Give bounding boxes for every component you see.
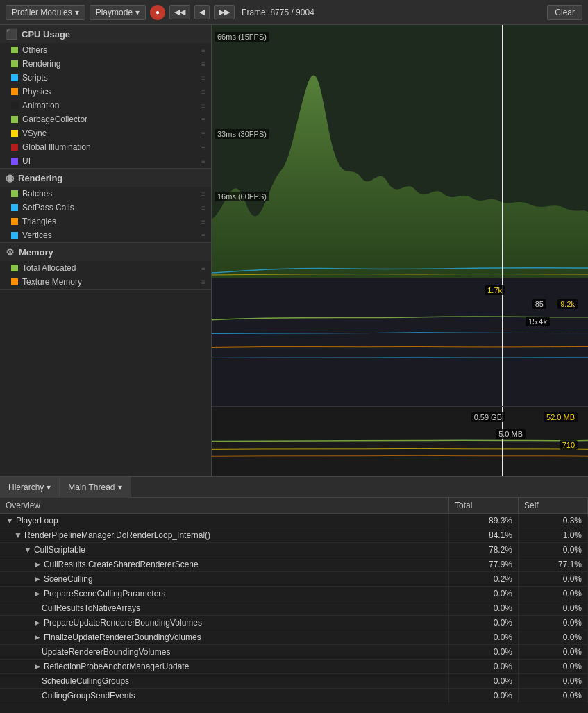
table-row[interactable]: ►SceneCulling 0.2% 0.0% [0,572,588,587]
cpu-item-label: Animation [22,101,59,110]
memory-section: ⚙ Memory Total Allocated ≡ Texture Memor… [0,243,211,290]
playmode-label: Playmode [96,8,133,17]
drag-handle-icon: ≡ [201,88,205,96]
chevron-down-icon: ▾ [135,8,140,17]
cell-total: 77.9% [449,557,519,571]
cpu-item: Others ≡ [0,43,211,57]
cell-overview: ►PrepareSceneCullingParameters [0,587,449,601]
cursor-line-rendering [502,278,503,406]
hierarchy-label: Hierarchy [8,483,44,492]
table-row[interactable]: ▼PlayerLoop 89.3% 0.3% [0,514,588,528]
drag-handle-icon: ≡ [201,190,205,198]
thread-button[interactable]: Main Thread ▾ [60,477,131,498]
cpu-item-left: VSync [11,128,47,138]
cpu-item-label: UI [22,156,31,166]
cell-overview: ►SceneCulling [0,572,449,586]
rendering-icon: ◉ [6,172,14,183]
cell-overview: ►ReflectionProbeAnchorManagerUpdate [0,660,449,673]
cell-self: 0.0% [519,572,588,586]
rendering-item-label: Batches [22,189,52,199]
cpu-section-header: ⬛ CPU Usage [0,25,211,43]
color-swatch [11,158,18,165]
header-overview: Overview [0,498,449,513]
cpu-item-label: Scripts [22,73,48,83]
table-row[interactable]: ▼CullScriptable 78.2% 0.0% [0,543,588,557]
cell-self: 0.0% [519,674,588,688]
clear-button[interactable]: Clear [547,5,582,20]
badge-52mb: 52.0 MB [544,412,578,422]
cpu-section: ⬛ CPU Usage Others ≡ Rendering ≡ Scripts… [0,25,211,169]
header-total: Total [449,498,519,513]
table-row[interactable]: ►CullResults.CreateSharedRendererScene 7… [0,557,588,572]
cell-total: 0.0% [449,616,519,630]
cpu-item: Rendering ≡ [0,57,211,71]
chevron-down-icon: ▾ [47,483,51,492]
color-swatch [11,218,18,225]
rendering-item: Triangles ≡ [0,215,211,228]
cell-total: 84.1% [449,528,519,542]
badge-0.59gb: 0.59 GB [471,412,505,422]
cell-self: 0.0% [519,630,588,644]
color-swatch [11,204,18,211]
record-button[interactable]: ● [150,5,165,20]
cell-overview: ▼CullScriptable [0,543,449,557]
cpu-item-left: Rendering [11,59,60,69]
cell-self: 0.0% [519,601,588,615]
rendering-section: ◉ Rendering Batches ≡ SetPass Calls ≡ Tr… [0,169,211,243]
cell-total: 0.0% [449,645,519,659]
badge-9.2k: 9.2k [557,299,578,309]
cell-self: 0.3% [519,514,588,528]
rendering-item-label: Vertices [22,230,52,240]
memory-item-label: Total Allocated [22,263,76,273]
prev-frame-button[interactable]: ◀ [194,5,210,19]
rendering-item-left: Vertices [11,230,52,240]
color-swatch [11,265,18,271]
cell-overview: UpdateRendererBoundingVolumes [0,645,449,659]
charts-area: 66ms (15FPS) 33ms (30FPS) 16ms (60FPS) 1… [212,25,588,476]
color-swatch [11,47,18,53]
rendering-section-header: ◉ Rendering [0,169,211,187]
cpu-item: UI ≡ [0,154,211,168]
rendering-section-title: Rendering [18,173,62,183]
table-row[interactable]: CullResultsToNativeArrays 0.0% 0.0% [0,601,588,616]
memory-item-label: Texture Memory [22,277,82,287]
table-row[interactable]: ►PrepareUpdateRendererBoundingVolumes 0.… [0,616,588,630]
cell-self: 77.1% [519,557,588,571]
table-row[interactable]: ▼RenderPipelineManager.DoRenderLoop_Inte… [0,528,588,543]
playmode-button[interactable]: Playmode ▾ [90,5,146,20]
cpu-items-list: Others ≡ Rendering ≡ Scripts ≡ Physics ≡ [0,43,211,168]
memory-section-header: ⚙ Memory [0,243,211,261]
memory-items-list: Total Allocated ≡ Texture Memory ≡ [0,261,211,289]
cell-total: 78.2% [449,543,519,557]
fps-mid-label: 33ms (30FPS) [215,129,269,139]
table-row[interactable]: ►ReflectionProbeAnchorManagerUpdate 0.0%… [0,660,588,674]
hierarchy-button[interactable]: Hierarchy ▾ [0,477,60,498]
drag-handle-icon: ≡ [201,102,205,110]
cell-self: 0.0% [519,543,588,557]
table-row[interactable]: ►PrepareSceneCullingParameters 0.0% 0.0% [0,587,588,601]
profiler-modules-button[interactable]: Profiler Modules ▾ [6,5,85,20]
tree-arrow-icon: ► [33,662,42,671]
cpu-item-left: Global Illumination [11,142,91,152]
cell-overview: ▼PlayerLoop [0,514,449,528]
table-row[interactable]: ►FinalizeUpdateRendererBoundingVolumes 0… [0,630,588,645]
tree-arrow-icon: ► [33,589,42,598]
memory-chart-svg [212,407,588,476]
cell-overview: ►FinalizeUpdateRendererBoundingVolumes [0,630,449,644]
cell-overview: ▼RenderPipelineManager.DoRenderLoop_Inte… [0,528,449,542]
cell-self: 0.0% [519,689,588,703]
next-frame-button[interactable]: ▶▶ [214,5,235,19]
cpu-item-left: Animation [11,101,59,110]
table-row[interactable]: UpdateRendererBoundingVolumes 0.0% 0.0% [0,645,588,660]
drag-handle-icon: ≡ [201,60,205,68]
rendering-item-left: SetPass Calls [11,203,74,212]
table-row[interactable]: ScheduleCullingGroups 0.0% 0.0% [0,674,588,689]
rendering-item-label: SetPass Calls [22,203,74,212]
rendering-chart-svg [212,278,588,406]
tree-arrow-icon: ▼ [6,516,14,526]
memory-item-left: Total Allocated [11,263,76,273]
badge-15.4k: 15.4k [526,317,550,326]
table-row[interactable]: CullingGroupSendEvents 0.0% 0.0% [0,689,588,703]
go-to-first-frame-button[interactable]: ◀◀ [169,5,190,19]
cpu-item: VSync ≡ [0,126,211,140]
